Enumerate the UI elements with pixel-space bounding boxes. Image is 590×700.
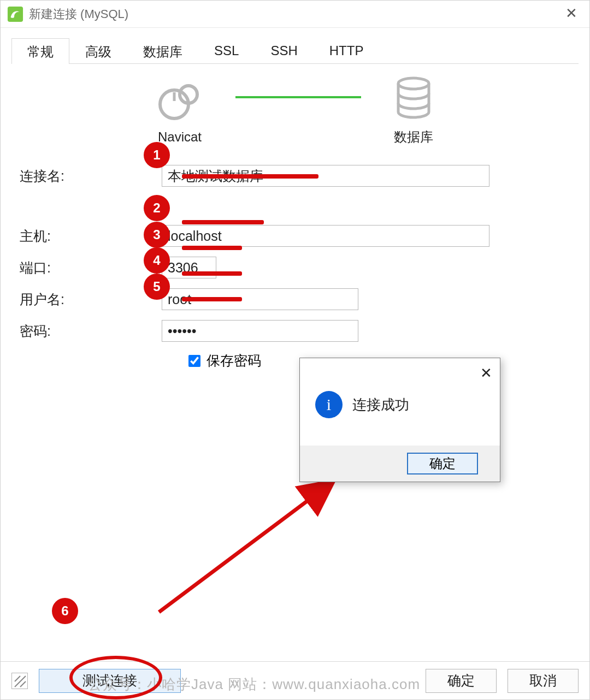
popup-ok-button[interactable]: 确定 [407,453,478,474]
navicat-app-icon [7,6,23,22]
popup-message: 连接成功 [352,395,409,414]
tab-database[interactable]: 数据库 [127,38,198,64]
row-user: 用户名: [20,288,570,310]
tab-advanced[interactable]: 高级 [69,38,127,64]
annotation-badge-5: 5 [144,274,170,300]
form: 连接名: 主机: 端口: 用户名: 密码: 保存密码 [20,165,570,370]
tab-ssl[interactable]: SSL [198,38,255,64]
host-label: 主机: [20,227,162,245]
titlebar: 新建连接 (MySQL) ✕ [1,1,589,28]
annotation-badge-3: 3 [144,222,170,248]
popup-footer: 确定 [300,446,500,482]
popup-body: i 连接成功 [300,358,500,418]
annotation-underline-5 [182,297,242,301]
annotation-underline-2 [182,220,264,224]
password-label: 密码: [20,322,162,340]
annotation-badge-2: 2 [144,195,170,221]
diagram-navicat-node: Navicat [157,77,203,145]
annotation-ellipse-6 [69,656,162,699]
svg-rect-0 [8,6,23,21]
tab-general[interactable]: 常规 [11,38,69,64]
tab-http[interactable]: HTTP [314,38,380,64]
annotation-underline-3 [182,246,242,250]
annotation-badge-1: 1 [144,142,170,168]
annotation-underline-4 [182,271,242,276]
diagram-db-label: 数据库 [394,128,433,146]
row-password: 密码: [20,320,570,342]
annotation-badge-4: 4 [144,247,170,274]
corner-grip-icon[interactable] [11,673,28,689]
svg-line-4 [159,481,334,612]
popup-close-icon[interactable]: ✕ [480,365,492,382]
row-port: 端口: [20,257,570,278]
tab-strip: 常规 高级 数据库 SSL SSH HTTP [11,38,579,64]
diagram-connector [235,96,361,98]
svg-point-3 [398,78,429,89]
close-icon[interactable]: ✕ [565,6,577,20]
connection-diagram: Navicat 数据库 [1,76,589,146]
diagram-navicat-label: Navicat [158,129,202,145]
navicat-icon [157,77,203,123]
diagram-db-node: 数据库 [394,76,433,146]
annotation-badge-6: 6 [52,598,78,624]
info-icon: i [315,391,343,418]
tab-ssh[interactable]: SSH [255,38,313,64]
user-label: 用户名: [20,290,162,309]
database-icon [394,76,433,122]
row-host: 主机: [20,225,570,247]
save-password-checkbox[interactable] [188,355,200,367]
annotation-arrow [154,470,350,623]
annotation-underline-1 [182,174,318,179]
dialog-window: 新建连接 (MySQL) ✕ 常规 高级 数据库 SSL SSH HTTP Na… [0,0,590,700]
ok-button[interactable]: 确定 [426,669,497,693]
password-input[interactable] [162,320,358,342]
port-label: 端口: [20,259,162,277]
cancel-button[interactable]: 取消 [508,669,579,693]
connection-name-label: 连接名: [20,167,162,185]
host-input[interactable] [162,225,489,247]
success-popup: ✕ i 连接成功 确定 [299,358,500,482]
window-title: 新建连接 (MySQL) [29,6,128,22]
save-password-label: 保存密码 [206,352,261,370]
